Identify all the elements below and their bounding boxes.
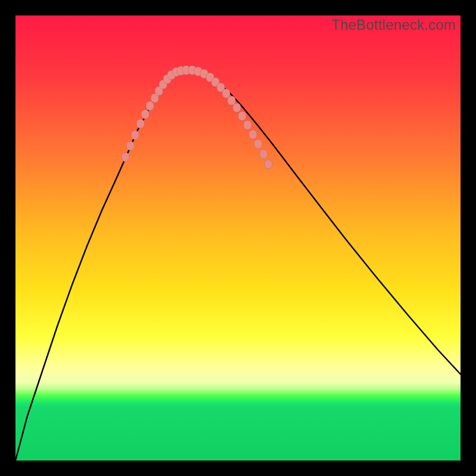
plot-area: TheBottleneck.com (15, 15, 461, 461)
curve-marker (265, 160, 273, 169)
curve-marker (137, 120, 145, 129)
curve-marker (131, 131, 139, 140)
outer-frame: TheBottleneck.com (0, 0, 476, 476)
curve-marker (228, 96, 236, 105)
curve-marker (233, 104, 241, 112)
curve-marker (249, 130, 257, 139)
curve-marker (223, 89, 230, 98)
curve-markers (122, 66, 273, 169)
curve-marker (146, 102, 154, 111)
curve-marker (122, 153, 130, 162)
curve-marker (239, 112, 246, 121)
curve-marker (255, 140, 262, 149)
curve-marker (142, 110, 149, 119)
bottleneck-curve (15, 70, 461, 461)
curve-marker (244, 121, 252, 130)
curve-marker (127, 142, 134, 151)
curve-svg (15, 15, 461, 461)
curve-marker (260, 150, 268, 159)
